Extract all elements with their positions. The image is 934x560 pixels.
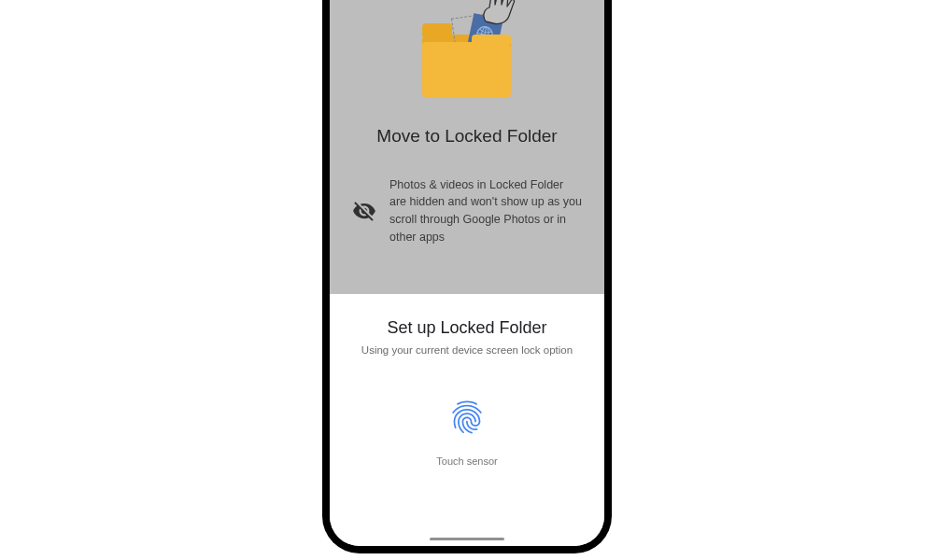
folder-front-shape — [422, 42, 511, 98]
upper-info-section: Move to Locked Folder Photos & videos in… — [330, 0, 604, 294]
visibility-off-icon — [352, 199, 376, 223]
fingerprint-sensor-button[interactable] — [447, 398, 487, 441]
navigation-bar-indicator[interactable] — [430, 538, 504, 540]
sheet-subtitle: Using your current device screen lock op… — [361, 344, 573, 356]
info-row: Photos & videos in Locked Folder are hid… — [348, 176, 586, 246]
sheet-title: Set up Locked Folder — [387, 318, 546, 338]
touch-sensor-label: Touch sensor — [436, 455, 497, 467]
phone-frame: Move to Locked Folder Photos & videos in… — [322, 0, 612, 553]
locked-folder-illustration — [402, 0, 532, 105]
fingerprint-icon — [447, 398, 487, 437]
setup-bottom-sheet: Set up Locked Folder Using your current … — [330, 294, 604, 546]
page-title: Move to Locked Folder — [376, 126, 557, 147]
info-description: Photos & videos in Locked Folder are hid… — [389, 176, 582, 246]
phone-screen: Move to Locked Folder Photos & videos in… — [330, 0, 604, 546]
hand-icon — [476, 0, 523, 33]
